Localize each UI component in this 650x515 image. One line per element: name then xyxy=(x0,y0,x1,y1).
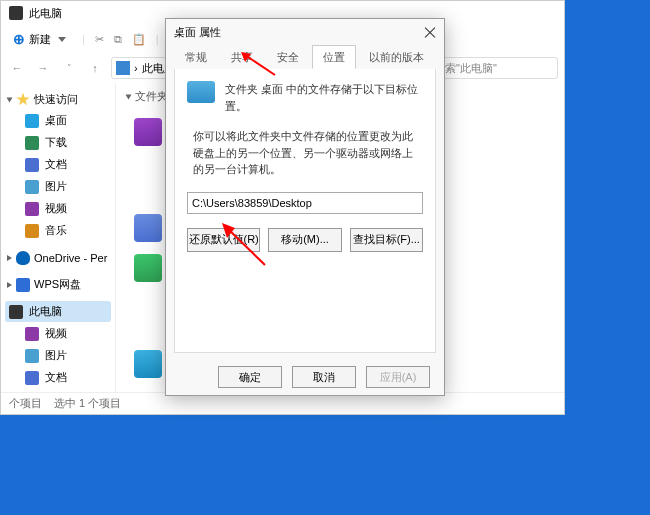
plus-icon: ⊕ xyxy=(13,31,25,47)
sidebar-item-documents[interactable]: 文档 xyxy=(5,154,111,175)
svg-marker-3 xyxy=(222,223,235,238)
cancel-button[interactable]: 取消 xyxy=(292,366,356,388)
folder-icon xyxy=(187,81,215,103)
window-title: 此电脑 xyxy=(29,6,62,21)
star-icon xyxy=(16,93,30,107)
dialog-footer: 确定 取消 应用(A) xyxy=(166,359,444,395)
music-icon xyxy=(25,224,39,238)
caret-icon xyxy=(7,255,12,261)
sidebar-item-music[interactable]: 音乐 xyxy=(5,220,111,241)
pc-icon xyxy=(116,61,130,75)
svg-line-2 xyxy=(227,228,265,265)
location-path-input[interactable] xyxy=(187,192,423,214)
pc-icon xyxy=(9,305,23,319)
caret-icon xyxy=(126,94,132,99)
annotation-arrow-2 xyxy=(215,220,275,270)
desktop-icon xyxy=(25,114,39,128)
dialog-text-1: 文件夹 桌面 中的文件存储于以下目标位置。 xyxy=(225,81,423,114)
image-icon xyxy=(25,349,39,363)
document-icon xyxy=(134,214,162,242)
copy-icon[interactable]: ⧉ xyxy=(114,33,122,46)
tab-location[interactable]: 位置 xyxy=(312,45,356,69)
video-icon xyxy=(25,327,39,341)
caret-icon xyxy=(7,282,12,288)
sidebar-item-desktop[interactable]: 桌面 xyxy=(5,110,111,131)
annotation-arrow-1 xyxy=(235,50,285,80)
properties-dialog: 桌面 属性 常规 共享 安全 位置 以前的版本 文件夹 桌面 中的文件存储于以下… xyxy=(165,18,445,396)
tab-previous-versions[interactable]: 以前的版本 xyxy=(358,45,435,69)
download-icon xyxy=(25,136,39,150)
caret-icon xyxy=(7,97,13,102)
apply-button[interactable]: 应用(A) xyxy=(366,366,430,388)
cut-icon[interactable]: ✂ xyxy=(95,33,104,46)
video-icon xyxy=(25,202,39,216)
chevron-down-icon xyxy=(58,37,66,42)
sidebar-quick-access[interactable]: 快速访问 xyxy=(5,89,111,110)
wps-icon xyxy=(16,278,30,292)
move-button[interactable]: 移动(M)... xyxy=(268,228,341,252)
video-icon xyxy=(134,118,162,146)
document-icon xyxy=(25,158,39,172)
paste-icon[interactable]: 📋 xyxy=(132,33,146,46)
pc-icon xyxy=(9,6,23,20)
desktop-icon xyxy=(134,350,162,378)
download-icon xyxy=(134,254,162,282)
dialog-text-2: 你可以将此文件夹中文件存储的位置更改为此硬盘上的另一个位置、另一个驱动器或网络上… xyxy=(187,128,423,178)
forward-button[interactable]: → xyxy=(33,58,53,78)
sidebar-item-videos[interactable]: 视频 xyxy=(5,323,111,344)
document-icon xyxy=(25,371,39,385)
back-button[interactable]: ← xyxy=(7,58,27,78)
ok-button[interactable]: 确定 xyxy=(218,366,282,388)
sidebar-onedrive[interactable]: OneDrive - Per xyxy=(5,248,111,268)
close-icon[interactable] xyxy=(424,26,436,38)
tab-general[interactable]: 常规 xyxy=(174,45,218,69)
dialog-title: 桌面 属性 xyxy=(174,25,221,40)
cloud-icon xyxy=(16,251,30,265)
sidebar-item-documents[interactable]: 文档 xyxy=(5,367,111,388)
sidebar-item-pictures[interactable]: 图片 xyxy=(5,176,111,197)
find-target-button[interactable]: 查找目标(F)... xyxy=(350,228,423,252)
sidebar-item-downloads[interactable]: 下载 xyxy=(5,132,111,153)
sidebar-item-videos[interactable]: 视频 xyxy=(5,198,111,219)
dialog-body: 文件夹 桌面 中的文件存储于以下目标位置。 你可以将此文件夹中文件存储的位置更改… xyxy=(174,69,436,353)
up-button[interactable]: ↑ xyxy=(85,58,105,78)
image-icon xyxy=(25,180,39,194)
sidebar: 快速访问 桌面 下载 文档 图片 视频 音乐 OneDrive - Per WP… xyxy=(1,83,116,392)
sidebar-item-thispc[interactable]: 此电脑 xyxy=(5,301,111,322)
dialog-tabs: 常规 共享 安全 位置 以前的版本 xyxy=(166,45,444,69)
sidebar-wps[interactable]: WPS网盘 xyxy=(5,274,111,295)
sidebar-item-pictures[interactable]: 图片 xyxy=(5,345,111,366)
dialog-titlebar[interactable]: 桌面 属性 xyxy=(166,19,444,45)
svg-line-0 xyxy=(245,55,275,75)
chevron-down-icon[interactable]: ˅ xyxy=(59,58,79,78)
new-button[interactable]: ⊕新建 xyxy=(7,29,72,49)
